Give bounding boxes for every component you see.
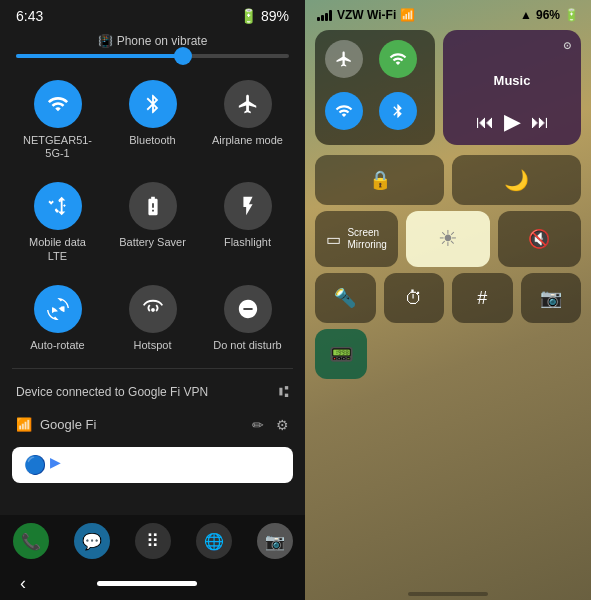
wifi-label: NETGEAR51-5G-1 [16,134,99,160]
home-indicator-line [408,592,488,596]
dnd-label: Do not disturb [213,339,281,352]
network-name: Google Fi [40,417,96,432]
tile-battery-saver[interactable]: Battery Saver [107,172,198,270]
play-btn[interactable]: ▶ [504,109,521,135]
mute-icon: 🔇 [528,228,550,250]
tile-autorotate[interactable]: Auto-rotate [12,275,103,360]
android-status-bar: 6:43 🔋 89% [0,0,305,28]
do-not-disturb-btn[interactable]: 🌙 [452,155,581,205]
battery-saver-icon [129,182,177,230]
brightness-icon: ☀ [438,226,458,252]
moon-icon: 🌙 [504,168,529,192]
carrier-label: VZW Wi-Fi [337,8,396,22]
nav-chrome[interactable]: 🌐 [196,523,232,559]
calculator-btn[interactable]: # [452,273,513,323]
prev-track-btn[interactable]: ⏮ [476,112,494,133]
ios-bluetooth-btn[interactable] [379,92,417,130]
battery-saver-label: Battery Saver [119,236,186,249]
airplane-mode-btn[interactable] [325,40,363,78]
back-button[interactable]: ‹ [20,573,26,594]
next-track-btn[interactable]: ⏭ [531,112,549,133]
ios-battery-icon: 🔋 [564,8,579,22]
nav-phone[interactable]: 📞 [13,523,49,559]
vibrate-icon: 📳 [98,34,113,48]
calculator-icon: # [477,288,487,309]
nav-apps[interactable]: ⠿ [135,523,171,559]
signal-icon: 📶 [16,417,32,432]
ios-status-right: ▲ 96% 🔋 [520,8,579,22]
music-controls: ⏮ ▶ ⏭ [453,109,571,135]
ios-cellular-btn[interactable] [325,92,363,130]
nav-camera[interactable]: 📷 [257,523,293,559]
autorotate-label: Auto-rotate [30,339,84,352]
airplay-icon: ⊙ [453,40,571,51]
tile-dnd[interactable]: Do not disturb [202,275,293,360]
torch-icon: 🔦 [334,287,356,309]
tile-mobile-data[interactable]: Mobile data LTE [12,172,103,270]
location-icon: ▲ [520,8,532,22]
google-icon: 🔵 [24,454,46,476]
mobile-data-icon [34,182,82,230]
tile-flashlight[interactable]: Flashlight [202,172,293,270]
settings-network-icon[interactable]: ⚙ [276,417,289,433]
vibrate-bar: 📳 Phone on vibrate [0,28,305,66]
vpn-text: Device connected to Google Fi VPN [16,385,208,399]
tile-airplane[interactable]: Airplane mode [202,70,293,168]
timer-btn[interactable]: ⏱ [384,273,445,323]
remote-icon: 📟 [329,342,354,366]
network-actions: ✏ ⚙ [252,417,289,433]
network-left: 📶 Google Fi [16,417,96,432]
screen-mirroring-btn[interactable]: ▭ ScreenMirroring [315,211,398,267]
bluetooth-icon [129,80,177,128]
mobile-data-label: Mobile data LTE [29,236,86,262]
divider-1 [12,368,293,369]
tile-hotspot[interactable]: Hotspot [107,275,198,360]
flashlight-label: Flashlight [224,236,271,249]
android-battery: 89% [261,8,289,24]
android-panel: 6:43 🔋 89% 📳 Phone on vibrate NETGEAR51-… [0,0,305,600]
screen-mirroring-icon: ▭ [326,230,341,249]
camera-btn[interactable]: 📷 [521,273,582,323]
search-bar[interactable]: 🔵 ▶ [12,447,293,483]
android-nav-bar: 📞 💬 ⠿ 🌐 📷 [0,515,305,567]
ios-status-bar: VZW Wi-Fi 📶 ▲ 96% 🔋 [305,0,591,26]
autorotate-icon [34,285,82,333]
ios-home-indicator [305,586,591,600]
battery-icon: 🔋 [240,8,257,24]
music-label: Music [453,73,571,88]
vpn-section: Device connected to Google Fi VPN ⑆ [0,373,305,411]
camera-icon: 📷 [540,287,562,309]
airplane-icon [224,80,272,128]
hotspot-label: Hotspot [134,339,172,352]
torch-btn[interactable]: 🔦 [315,273,376,323]
airplane-label: Airplane mode [212,134,283,147]
connectivity-tile [315,30,435,145]
tile-bluetooth[interactable]: Bluetooth [107,70,198,168]
edit-network-icon[interactable]: ✏ [252,417,264,433]
dnd-icon [224,285,272,333]
cellular-signal [317,9,332,21]
android-home-bar: ‹ [0,567,305,600]
rotation-lock-btn[interactable]: 🔒 [315,155,444,205]
rotation-lock-icon: 🔒 [369,169,391,191]
wifi-icon [34,80,82,128]
volume-slider[interactable] [16,54,289,58]
nav-messages[interactable]: 💬 [74,523,110,559]
network-row: 📶 Google Fi ✏ ⚙ [0,411,305,439]
search-bar-icons: 🔵 ▶ [24,454,61,476]
vpn-share-icon[interactable]: ⑆ [279,383,289,401]
brightness-btn[interactable]: ☀ [406,211,489,267]
flashlight-icon [224,182,272,230]
android-status-right: 🔋 89% [240,8,289,24]
home-button[interactable] [97,581,197,586]
wifi-status-icon: 📶 [400,8,415,22]
tile-wifi[interactable]: NETGEAR51-5G-1 [12,70,103,168]
ios-panel: VZW Wi-Fi 📶 ▲ 96% 🔋 ⊙ [305,0,591,600]
ios-battery: 96% [536,8,560,22]
remote-btn[interactable]: 📟 [315,329,367,379]
screen-mirroring-label: ScreenMirroring [347,227,386,251]
music-tile[interactable]: ⊙ Music ⏮ ▶ ⏭ [443,30,581,145]
android-time: 6:43 [16,8,43,24]
ios-wifi-btn[interactable] [379,40,417,78]
mute-btn[interactable]: 🔇 [498,211,581,267]
